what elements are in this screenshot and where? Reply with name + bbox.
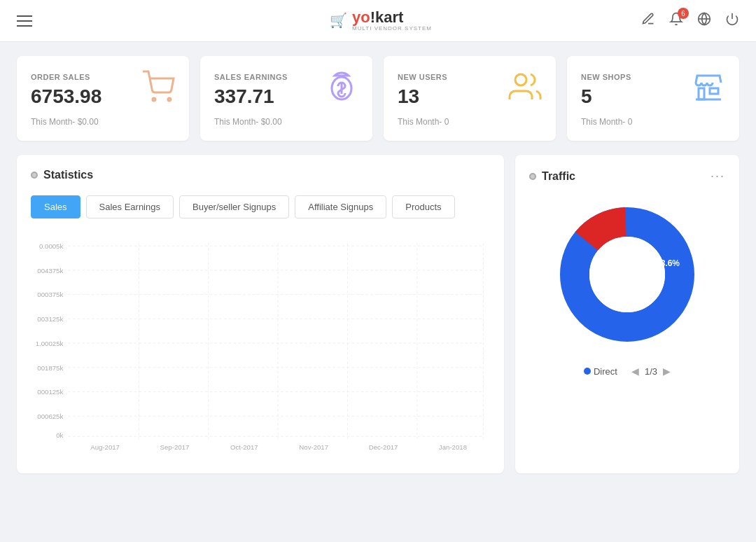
tab-products[interactable]: Products [392,195,454,218]
sales-earnings-value: 337.71 [214,85,288,108]
main-content: Statistics Sales Sales Earnings Buyer/se… [0,155,756,490]
new-users-value: 13 [398,85,447,108]
logo: 🛒 yo!kart MULTI VENDOR SYSTEM [324,7,432,35]
stats-row: ORDER SALES 6753.98 This Month- $0.00 SA… [0,42,756,155]
traffic-header: Traffic ··· [529,169,725,183]
traffic-legend: Direct ◀ 1/3 ▶ [529,366,725,377]
new-users-label: NEW USERS [398,73,447,81]
traffic-donut: 85.8% 13.6% [529,197,725,352]
money-bag-icon [325,70,358,110]
statistics-title: Statistics [43,169,93,181]
legend-direct: Direct [584,366,617,377]
svg-text:000625k: 000625k [37,412,63,420]
notification-badge: 6 [678,8,689,19]
svg-text:0.0005k: 0.0005k [39,242,63,250]
globe-icon[interactable] [697,12,711,29]
traffic-panel: Traffic ··· 85.8% 13.6% [515,155,739,473]
svg-text:Aug-2017: Aug-2017 [90,443,120,451]
order-sales-label: ORDER SALES [31,73,102,81]
stat-card-new-users: NEW USERS 13 This Month- 0 [384,56,556,141]
tab-sales-earnings[interactable]: Sales Earnings [86,195,174,218]
svg-text:004375k: 004375k [37,267,63,275]
svg-text:000375k: 000375k [37,291,63,298]
sales-earnings-label: SALES EARNINGS [214,73,288,81]
svg-text:Oct-2017: Oct-2017 [230,443,258,451]
new-shops-value: 5 [581,85,631,108]
traffic-menu[interactable]: ··· [710,169,725,183]
svg-text:Jan-2018: Jan-2018 [439,443,467,451]
tab-sales[interactable]: Sales [31,195,80,218]
svg-point-5 [168,98,171,101]
svg-text:0k: 0k [56,431,63,439]
statistics-header: Statistics [31,169,490,181]
logo-sub: MULTI VENDOR SYSTEM [352,26,432,32]
stat-card-order-sales: ORDER SALES 6753.98 This Month- $0.00 [17,56,189,141]
tab-buttons: Sales Sales Earnings Buyer/seller Signup… [31,195,490,218]
svg-text:1.00025k: 1.00025k [36,340,64,347]
prev-page-arrow[interactable]: ◀ [631,366,639,377]
statistics-dot [31,172,38,179]
pencil-icon[interactable] [641,12,655,29]
traffic-pagination: ◀ 1/3 ▶ [631,366,671,377]
svg-text:003125k: 003125k [37,315,63,323]
statistics-panel: Statistics Sales Sales Earnings Buyer/se… [17,155,504,473]
next-page-arrow[interactable]: ▶ [663,366,671,377]
svg-point-4 [153,98,155,101]
cart-icon [141,70,175,110]
svg-rect-8 [699,88,704,99]
header-right: 6 [641,12,739,29]
logo-icon: 🛒 [324,7,352,35]
svg-text:Sep-2017: Sep-2017 [160,443,190,451]
traffic-dot [529,173,536,180]
donut-svg: 85.8% 13.6% [550,197,704,352]
svg-rect-9 [710,88,718,94]
svg-text:000125k: 000125k [37,388,63,396]
legend-direct-dot [584,368,591,375]
header-left [17,15,32,27]
order-sales-value: 6753.98 [31,85,102,108]
new-shops-label: NEW SHOPS [581,73,631,81]
svg-point-7 [515,74,526,85]
tab-affiliate[interactable]: Affiliate Signups [295,195,386,218]
blue-percent: 85.8% [594,270,620,280]
chart-svg: 0.0005k 004375k 000375k 003125k 1.00025k… [31,232,490,457]
traffic-title: Traffic [542,170,575,183]
sales-earnings-month: This Month- $0.00 [214,117,358,127]
hamburger-menu[interactable] [17,15,32,27]
svg-text:001875k: 001875k [37,364,63,372]
bell-icon[interactable]: 6 [669,12,683,29]
users-icon [508,70,542,110]
new-users-month: This Month- 0 [398,117,542,127]
svg-text:🛒: 🛒 [330,12,347,29]
stat-card-sales-earnings: SALES EARNINGS 337.71 This Month- $0.00 [200,56,372,141]
legend-direct-label: Direct [594,366,617,377]
red-percent: 13.6% [656,258,680,268]
new-shops-month: This Month- 0 [581,117,725,127]
logo-text: yo!kart [352,9,432,26]
tab-buyer-seller[interactable]: Buyer/seller Signups [179,195,289,218]
svg-text:Dec-2017: Dec-2017 [369,443,398,451]
power-icon[interactable] [725,12,739,29]
header: 🛒 yo!kart MULTI VENDOR SYSTEM 6 [0,0,756,42]
shop-icon [692,70,725,110]
svg-text:Nov-2017: Nov-2017 [299,443,328,451]
stat-card-new-shops: NEW SHOPS 5 This Month- 0 [567,56,739,141]
statistics-chart: 0.0005k 004375k 000375k 003125k 1.00025k… [31,232,490,459]
order-sales-month: This Month- $0.00 [31,117,175,127]
page-current: 1/3 [645,366,657,377]
